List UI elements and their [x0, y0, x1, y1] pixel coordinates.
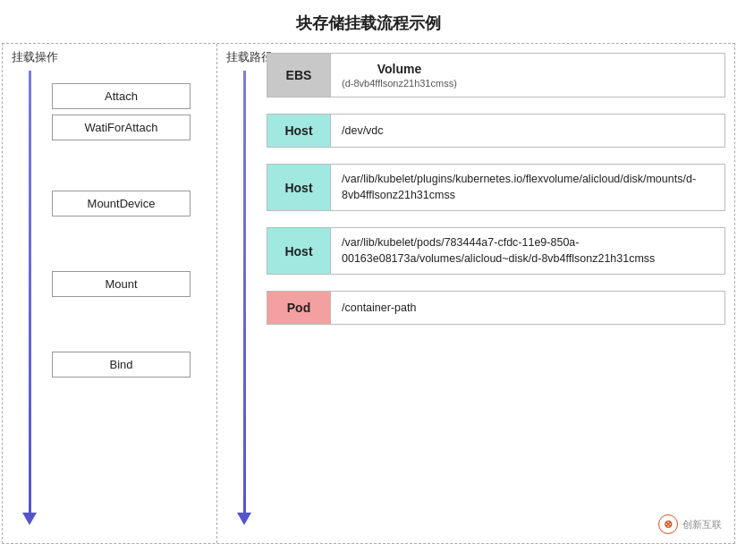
path-row-pod: Pod /container-path: [267, 291, 725, 325]
op-box-attach: Attach: [52, 83, 191, 109]
path-label-host-1: Host: [267, 115, 330, 147]
path-value-host-2: /var/lib/kubelet/plugins/kubernetes.io/f…: [330, 165, 724, 210]
op-spacer-0: [52, 69, 208, 83]
watermark-text: 创新互联: [682, 518, 722, 531]
path-row-host-2: Host /var/lib/kubelet/plugins/kubernetes…: [267, 164, 725, 211]
path-label-ebs: EBS: [267, 54, 330, 97]
path-value-pod: /container-path: [330, 292, 724, 324]
left-panel: 挂载操作 Attach WatiForAttach MountDevice Mo…: [3, 44, 217, 543]
op-box-mountdevice: MountDevice: [52, 191, 191, 216]
path-items: EBS Volume (d-8vb4fflsonz21h31cmss) Host…: [267, 53, 725, 325]
path-value-ebs: Volume (d-8vb4fflsonz21h31cmss): [330, 54, 724, 97]
path-label-host-3: Host: [267, 228, 330, 274]
left-header: 挂载操作: [3, 44, 216, 71]
op-spacer-3: [52, 302, 208, 352]
main-container: 挂载操作 Attach WatiForAttach MountDevice Mo…: [2, 43, 735, 544]
left-arrow-down: [22, 513, 37, 525]
right-arrow-line: [243, 71, 246, 513]
right-arrow-down: [237, 513, 251, 525]
volume-main: Volume: [342, 61, 457, 77]
path-label-host-2: Host: [267, 165, 330, 210]
volume-label: Volume (d-8vb4fflsonz21h31cmss): [342, 61, 457, 89]
volume-sub: (d-8vb4fflsonz21h31cmss): [342, 77, 457, 89]
path-row-host-3: Host /var/lib/kubelet/pods/783444a7-cfdc…: [267, 227, 725, 275]
left-arrow-col: [22, 71, 37, 525]
page-title: 块存储挂载流程示例: [0, 0, 737, 43]
op-box-bind: Bind: [52, 352, 191, 378]
path-value-host-3: /var/lib/kubelet/pods/783444a7-cfdc-11e9…: [330, 228, 724, 274]
left-arrow-line: [29, 71, 31, 513]
right-arrow-col: [237, 71, 251, 525]
path-value-host-1: /dev/vdc: [330, 115, 724, 147]
op-spacer-1: [52, 146, 208, 191]
path-row-host-1: Host /dev/vdc: [267, 114, 725, 148]
operation-boxes: Attach WatiForAttach MountDevice Mount B…: [52, 69, 208, 383]
path-label-pod: Pod: [267, 292, 330, 324]
right-panel: 挂载路径 EBS Volume (d-8vb4fflsonz21h31cmss)…: [217, 44, 734, 543]
op-box-mount: Mount: [52, 271, 191, 297]
op-spacer-2: [52, 222, 208, 271]
watermark-icon: ⊗: [658, 514, 678, 534]
watermark: ⊗ 创新互联: [658, 514, 722, 534]
op-box-waitforattach: WatiForAttach: [52, 115, 191, 140]
path-row-ebs: EBS Volume (d-8vb4fflsonz21h31cmss): [267, 53, 725, 98]
